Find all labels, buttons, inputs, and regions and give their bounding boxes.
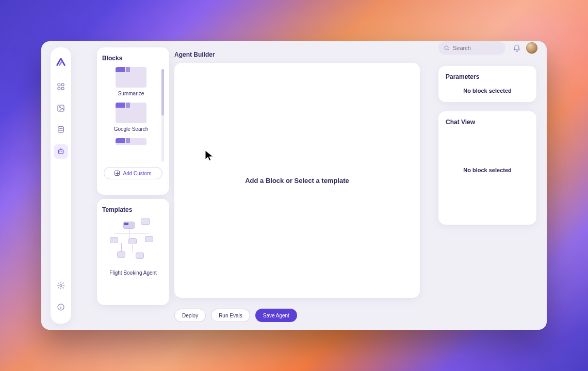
app-logo [55, 57, 67, 68]
deploy-button[interactable]: Deploy [174, 309, 206, 322]
page-title: Agent Builder [174, 51, 215, 58]
chat-view-title: Chat View [446, 119, 529, 126]
nav-item-dashboard[interactable] [54, 79, 68, 94]
logo-icon [55, 57, 67, 68]
svg-point-5 [59, 107, 61, 108]
parameters-title: Parameters [446, 73, 529, 80]
svg-rect-3 [61, 87, 64, 90]
block-label: Google Search [105, 126, 157, 132]
nav-item-data[interactable] [54, 123, 68, 137]
chat-view-card: Chat View No block selected [438, 111, 536, 225]
nav-item-settings[interactable] [54, 278, 68, 293]
chat-view-empty: No block selected [446, 167, 529, 173]
nav-item-files[interactable] [54, 101, 68, 115]
svg-point-6 [58, 126, 64, 128]
block-thumb [116, 138, 146, 145]
nav-items-bottom [54, 278, 68, 324]
svg-point-12 [445, 46, 448, 49]
user-avatar[interactable] [526, 42, 537, 54]
app-window: Agent Builder Blocks Summarize Google Se… [41, 41, 547, 330]
bot-icon [57, 147, 65, 156]
blocks-list: Summarize Google Search [102, 67, 164, 164]
template-preview [105, 218, 161, 265]
run-evals-button[interactable]: Run Evals [211, 309, 250, 322]
database-icon [57, 126, 65, 134]
plus-icon [115, 171, 120, 176]
template-label: Flight Booking Agent [102, 270, 164, 276]
nav-item-agent-builder[interactable] [54, 144, 68, 159]
bell-icon [513, 44, 521, 53]
block-item-google-search[interactable]: Google Search [105, 103, 157, 132]
info-icon [57, 303, 65, 311]
blocks-title: Blocks [102, 55, 164, 62]
search-icon [444, 45, 450, 51]
svg-point-10 [60, 284, 62, 286]
block-item-partial[interactable] [105, 138, 157, 145]
blocks-panel: Blocks Summarize Google Search Add Custo… [97, 47, 169, 195]
template-card-flight-booking[interactable]: Flight Booking Agent [102, 218, 164, 291]
svg-rect-4 [58, 105, 64, 111]
block-thumb [116, 103, 146, 123]
svg-rect-0 [58, 83, 60, 86]
templates-title: Templates [102, 206, 164, 213]
svg-rect-7 [58, 150, 63, 154]
block-item-summarize[interactable]: Summarize [105, 67, 157, 96]
gear-icon [57, 281, 65, 290]
save-agent-button[interactable]: Save Agent [255, 309, 297, 322]
svg-point-8 [59, 151, 60, 152]
builder-canvas[interactable]: Add a Block or Select a template [174, 63, 420, 298]
search-input[interactable] [453, 45, 499, 51]
scroll-thumb[interactable] [161, 69, 164, 115]
parameters-card: Parameters No block selected [438, 66, 536, 102]
svg-point-9 [61, 151, 62, 152]
nav-item-help[interactable] [54, 300, 68, 314]
svg-rect-2 [58, 87, 60, 90]
templates-panel: Templates Flight Booking Agent [97, 199, 169, 305]
add-custom-button[interactable]: Add Custom [104, 167, 162, 179]
canvas-empty-text: Add a Block or Select a template [245, 177, 349, 184]
block-label: Summarize [105, 91, 157, 96]
action-bar: Deploy Run Evals Save Agent [174, 307, 297, 324]
add-custom-label: Add Custom [123, 171, 151, 176]
parameters-empty: No block selected [446, 88, 529, 94]
notifications-button[interactable] [512, 43, 522, 54]
search-box[interactable] [438, 41, 505, 55]
nav-rail [51, 47, 71, 324]
image-icon [57, 104, 65, 112]
cursor-icon [204, 149, 215, 163]
block-thumb [116, 67, 146, 88]
grid-icon [57, 82, 65, 91]
svg-rect-1 [61, 83, 64, 86]
nav-items-top [54, 79, 68, 159]
